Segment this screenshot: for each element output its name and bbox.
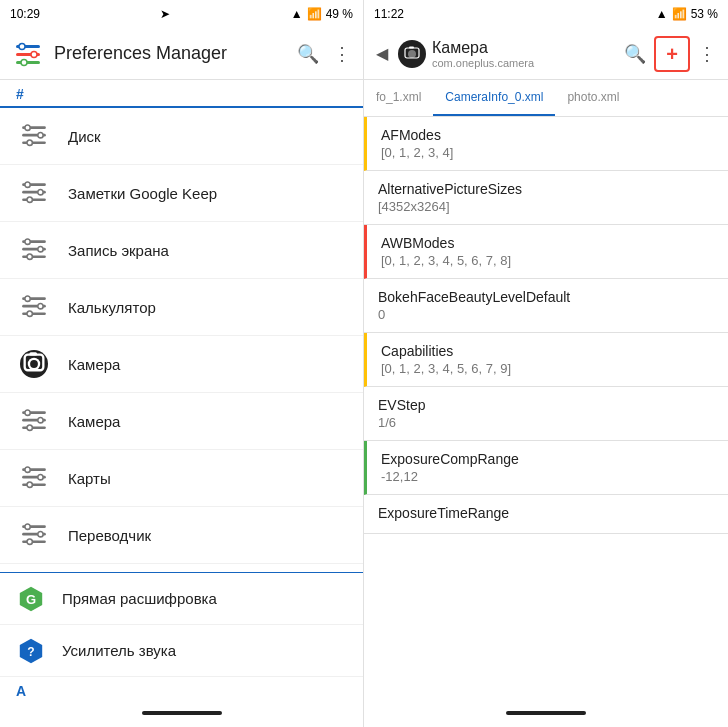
item-label: Усилитель звука bbox=[62, 642, 347, 659]
list-item[interactable]: Камера bbox=[0, 393, 363, 450]
right-header-info: Камера com.oneplus.camera bbox=[432, 39, 614, 69]
tab-camerainfo[interactable]: CameraInfo_0.xml bbox=[433, 80, 555, 116]
item-label: Запись экрана bbox=[68, 242, 347, 259]
item-label: Камера bbox=[68, 413, 347, 430]
right-status-bar: 11:22 ▲ 📶 53 % bbox=[364, 0, 728, 28]
left-search-icon[interactable]: 🔍 bbox=[297, 43, 319, 65]
svg-text:G: G bbox=[26, 591, 36, 606]
svg-point-51 bbox=[27, 539, 32, 544]
prefs-icon bbox=[16, 118, 52, 154]
data-row-altpic[interactable]: AlternativePictureSizes [4352x3264] bbox=[364, 171, 728, 225]
list-item[interactable]: Диск bbox=[0, 108, 363, 165]
svg-point-23 bbox=[27, 254, 32, 259]
left-nav-bar bbox=[0, 699, 363, 727]
left-time: 10:29 bbox=[10, 7, 40, 21]
section-a: А bbox=[0, 677, 363, 699]
svg-point-50 bbox=[38, 532, 43, 537]
data-row-exptimerange[interactable]: ExposureTimeRange bbox=[364, 495, 728, 534]
left-nav-arrow: ➤ bbox=[160, 7, 170, 21]
item-label: Карты bbox=[68, 470, 347, 487]
right-search-icon[interactable]: 🔍 bbox=[620, 39, 650, 69]
right-header-subtitle: com.oneplus.camera bbox=[432, 57, 614, 69]
svg-point-45 bbox=[27, 482, 32, 487]
left-list: Диск Заметки Google Keep bbox=[0, 108, 363, 699]
svg-point-22 bbox=[38, 247, 43, 252]
item-label: Калькулятор bbox=[68, 299, 347, 316]
right-battery: 53 % bbox=[691, 7, 718, 21]
left-menu-icon[interactable]: ⋮ bbox=[333, 43, 351, 65]
right-time: 11:22 bbox=[374, 7, 404, 21]
right-signal-icon: 📶 bbox=[672, 7, 687, 21]
svg-point-21 bbox=[25, 239, 30, 244]
section-hash: # bbox=[0, 80, 363, 108]
data-value: 0 bbox=[378, 307, 714, 322]
svg-point-5 bbox=[21, 59, 27, 65]
left-nav-indicator bbox=[142, 711, 222, 715]
right-header-actions: 🔍 + ⋮ bbox=[620, 36, 720, 72]
list-item[interactable]: Камера bbox=[0, 336, 363, 393]
app-icon bbox=[12, 38, 44, 70]
data-row-evstep[interactable]: EVStep 1/6 bbox=[364, 387, 728, 441]
list-item[interactable]: ? Усилитель звука bbox=[0, 625, 363, 677]
svg-rect-36 bbox=[22, 426, 46, 429]
svg-point-43 bbox=[25, 467, 30, 472]
prefs-icon bbox=[16, 517, 52, 553]
svg-point-15 bbox=[25, 182, 30, 187]
right-menu-icon[interactable]: ⋮ bbox=[694, 39, 720, 69]
left-signal-icon: 📶 bbox=[307, 7, 322, 21]
camera-app-dot-icon bbox=[398, 40, 426, 68]
data-key: EVStep bbox=[378, 397, 714, 413]
svg-rect-8 bbox=[22, 141, 46, 144]
tab-fo1[interactable]: fo_1.xml bbox=[364, 80, 433, 116]
data-key: AlternativePictureSizes bbox=[378, 181, 714, 197]
data-key: ExposureTimeRange bbox=[378, 505, 714, 521]
tab-photo[interactable]: photo.xml bbox=[555, 80, 631, 116]
item-label: Камера bbox=[68, 356, 347, 373]
left-header-actions: 🔍 ⋮ bbox=[297, 43, 351, 65]
data-row-bokeh[interactable]: BokehFaceBeautyLevelDefault 0 bbox=[364, 279, 728, 333]
svg-rect-42 bbox=[22, 483, 46, 486]
prefs-icon bbox=[16, 403, 52, 439]
svg-point-49 bbox=[25, 524, 30, 529]
prefs-icon bbox=[16, 289, 52, 325]
left-wifi-icon: ▲ bbox=[291, 7, 303, 21]
data-value: 1/6 bbox=[378, 415, 714, 430]
list-item[interactable]: Переводчик bbox=[0, 507, 363, 564]
data-key: BokehFaceBeautyLevelDefault bbox=[378, 289, 714, 305]
blue-hex-icon: ? bbox=[16, 636, 46, 666]
svg-rect-26 bbox=[22, 312, 46, 315]
svg-point-28 bbox=[38, 304, 43, 309]
svg-point-38 bbox=[38, 418, 43, 423]
left-battery: 49 % bbox=[326, 7, 353, 21]
list-item[interactable]: Запись экрана bbox=[0, 222, 363, 279]
data-row-awbmodes[interactable]: AWBModes [0, 1, 2, 3, 4, 5, 6, 7, 8] bbox=[364, 225, 728, 279]
data-key: AFModes bbox=[381, 127, 714, 143]
right-wifi-icon: ▲ bbox=[656, 7, 668, 21]
item-label: Переводчик bbox=[68, 527, 347, 544]
left-title: Preferences Manager bbox=[54, 43, 287, 64]
green-hex-icon: G bbox=[16, 584, 46, 614]
data-row-expcomp[interactable]: ExposureCompRange -12,12 bbox=[364, 441, 728, 495]
plus-icon: + bbox=[666, 44, 678, 64]
left-panel: 10:29 ➤ ▲ 📶 49 % Preferences Manager 🔍 ⋮ bbox=[0, 0, 364, 727]
list-item[interactable]: Заметки Google Keep bbox=[0, 165, 363, 222]
right-content: AFModes [0, 1, 2, 3, 4] AlternativePictu… bbox=[364, 117, 728, 699]
prefs-icon bbox=[16, 460, 52, 496]
svg-text:?: ? bbox=[27, 644, 34, 658]
data-row-afmodes[interactable]: AFModes [0, 1, 2, 3, 4] bbox=[364, 117, 728, 171]
data-row-capabilities[interactable]: Capabilities [0, 1, 2, 3, 4, 5, 6, 7, 9] bbox=[364, 333, 728, 387]
prefs-icon bbox=[16, 232, 52, 268]
item-label: Диск bbox=[68, 128, 347, 145]
back-icon[interactable]: ◀ bbox=[372, 40, 392, 67]
svg-point-4 bbox=[31, 51, 37, 57]
list-item[interactable]: Карты bbox=[0, 450, 363, 507]
list-item[interactable]: Калькулятор bbox=[0, 279, 363, 336]
svg-rect-63 bbox=[409, 46, 414, 48]
list-item[interactable]: G Прямая расшифровка bbox=[0, 573, 363, 625]
item-label: Заметки Google Keep bbox=[68, 185, 347, 202]
data-value: [4352x3264] bbox=[378, 199, 714, 214]
left-header: Preferences Manager 🔍 ⋮ bbox=[0, 28, 363, 80]
prefs-icon bbox=[16, 175, 52, 211]
add-button[interactable]: + bbox=[654, 36, 690, 72]
left-status-icons: ▲ 📶 49 % bbox=[291, 7, 353, 21]
